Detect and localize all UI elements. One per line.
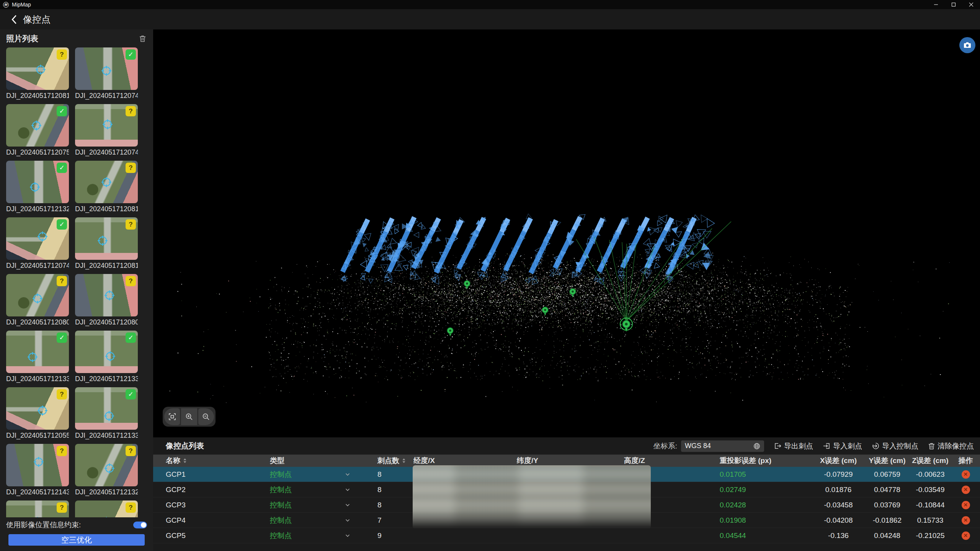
export-points-button[interactable]: 导出刺点: [774, 441, 813, 451]
photo-item[interactable]: ✓DJI_20240517121331_0648...: [75, 387, 138, 444]
gcp-z-error: -0.10844: [909, 497, 951, 512]
column-header-6: 重投影误差 (px): [720, 455, 812, 467]
app-window: M MipMap 像控点 照片列表: [0, 0, 980, 551]
gcp-marker-icon: [35, 64, 46, 75]
column-header-8: Y误差 (cm): [865, 455, 909, 467]
photo-thumbnail[interactable]: ?: [75, 500, 138, 517]
photo-item[interactable]: ?DJI_20240517120556_0237...: [6, 387, 69, 444]
chevron-down-icon: [345, 534, 350, 537]
clear-gcp-button[interactable]: 清除像控点: [928, 441, 974, 451]
column-header-10: 操作: [951, 455, 980, 467]
delete-gcp-button[interactable]: ✕: [962, 516, 970, 525]
chevron-down-icon: [345, 504, 350, 507]
gcp-type-dropdown[interactable]: 控制点: [245, 513, 368, 528]
gcp-actions: ✕: [951, 497, 980, 512]
constraint-toggle[interactable]: [133, 522, 147, 528]
photo-item[interactable]: ?DJI_20240517120816_0389...: [75, 217, 138, 274]
sort-icon[interactable]: [402, 458, 406, 463]
photo-thumbnail[interactable]: ✓: [6, 217, 69, 260]
window-controls: [927, 0, 980, 9]
close-button[interactable]: [962, 0, 980, 9]
import-points-button[interactable]: 导入刺点: [823, 441, 862, 451]
photo-thumbnail[interactable]: ?: [75, 444, 138, 486]
unmarked-badge: ?: [57, 502, 67, 513]
gcp-type-dropdown[interactable]: 控制点: [245, 467, 368, 482]
import-control-points-button[interactable]: 导入控制点: [872, 441, 918, 451]
photo-item[interactable]: ✓DJI_20240517120741_0348...: [6, 217, 69, 274]
photo-thumbnail[interactable]: ✓: [6, 104, 69, 147]
photo-thumbnail[interactable]: ?: [75, 104, 138, 147]
import-circle-icon: [872, 442, 879, 450]
crs-selector[interactable]: WGS 84: [681, 440, 764, 452]
gcp-type-dropdown[interactable]: 控制点: [245, 482, 368, 497]
gcp-row-GCP5[interactable]: GCP5控制点90.04544-0.1360.04248-0.21025✕: [153, 528, 980, 543]
gcp-y-error: 0.04248: [865, 528, 909, 543]
gcp-reprojection-error: 0.01705: [720, 467, 812, 482]
gcp-marker-icon: [37, 231, 48, 242]
pointcloud-canvas[interactable]: [153, 29, 980, 437]
photo-thumbnail[interactable]: ?: [6, 47, 69, 90]
photo-item[interactable]: ?DJI_20240517120800_0371...: [75, 274, 138, 331]
gcp-z-error: 0.15733: [909, 513, 951, 528]
fit-view-button[interactable]: [164, 408, 180, 425]
photo-thumbnail[interactable]: ?: [6, 274, 69, 316]
photo-item[interactable]: ✓DJI_20240517120758_0368...: [6, 104, 69, 161]
marked-badge: ✓: [126, 389, 136, 399]
chevron-down-icon: [345, 519, 350, 522]
photo-filename: DJI_20240517120808_0379...: [6, 318, 69, 326]
photo-thumbnail[interactable]: ?: [6, 387, 69, 430]
photo-item[interactable]: ?DJI_20240517120810_0382...: [75, 161, 138, 217]
camera-capture-button[interactable]: [959, 37, 975, 53]
column-header-7: X误差 (cm): [812, 455, 865, 467]
photo-item[interactable]: ✓DJI_20240517120743_0351...: [75, 47, 138, 104]
photo-item[interactable]: ?: [75, 500, 138, 517]
photo-item[interactable]: ?DJI_20240517121321_0635...: [75, 444, 138, 500]
photo-item[interactable]: ?DJI_20240517121431_0708...: [6, 444, 69, 500]
photo-thumbnail[interactable]: ?: [6, 500, 69, 517]
photo-item[interactable]: ?DJI_20240517120746_0354...: [75, 104, 138, 161]
delete-gcp-button[interactable]: ✕: [962, 470, 970, 479]
3d-viewport[interactable]: [153, 29, 980, 437]
photo-item[interactable]: ?DJI_20240517120813_0385...: [6, 47, 69, 104]
gcp-marker-icon: [33, 456, 44, 468]
photo-thumbnail[interactable]: ✓: [75, 47, 138, 90]
gcp-list-title: 像控点列表: [166, 441, 204, 451]
column-header-0[interactable]: 名称: [153, 455, 245, 467]
photo-item[interactable]: ✓DJI_20240517121335_0652...: [75, 331, 138, 387]
delete-photos-icon[interactable]: [138, 34, 147, 43]
back-button[interactable]: [8, 14, 20, 25]
photo-thumbnail[interactable]: ?: [75, 161, 138, 203]
sort-icon[interactable]: [183, 458, 187, 463]
photo-thumbnail[interactable]: ✓: [6, 331, 69, 373]
photo-filename: DJI_20240517121431_0708...: [6, 488, 69, 496]
photo-thumbnail[interactable]: ?: [75, 274, 138, 316]
photo-item[interactable]: ✓DJI_20240517121333_0650...: [6, 331, 69, 387]
zoom-in-button[interactable]: [181, 408, 197, 425]
zoom-out-button[interactable]: [198, 408, 214, 425]
photo-item[interactable]: ✓DJI_20240517121320_0634...: [6, 161, 69, 217]
column-header-2[interactable]: 刺点数: [368, 455, 413, 467]
delete-gcp-button[interactable]: ✕: [962, 531, 970, 540]
gcp-type-dropdown[interactable]: 控制点: [245, 528, 368, 543]
photo-item[interactable]: ?DJI_20240517120808_0379...: [6, 274, 69, 331]
photo-thumbnail[interactable]: ✓: [6, 161, 69, 203]
gcp-longitude: [413, 528, 517, 543]
gcp-actions: ✕: [951, 528, 980, 543]
photo-sidebar: 照片列表 ?DJI_20240517120813_0385...✓DJI_202…: [0, 29, 153, 551]
photo-thumbnail[interactable]: ✓: [75, 331, 138, 373]
minimize-button[interactable]: [927, 0, 945, 9]
photo-item[interactable]: ?: [6, 500, 69, 517]
aerotriangulation-optimize-button[interactable]: 空三优化: [8, 534, 145, 546]
gcp-x-error: -0.07929: [812, 467, 865, 482]
photo-thumbnail[interactable]: ?: [75, 217, 138, 260]
delete-gcp-button[interactable]: ✕: [962, 501, 970, 509]
photo-thumbnail[interactable]: ?: [6, 444, 69, 486]
gcp-point-count: 8: [368, 467, 413, 482]
gcp-type-dropdown[interactable]: 控制点: [245, 497, 368, 512]
maximize-button[interactable]: [945, 0, 962, 9]
photo-filename: DJI_20240517120810_0382...: [75, 205, 138, 213]
photo-thumbnail[interactable]: ✓: [75, 387, 138, 430]
unmarked-badge: ?: [57, 389, 67, 399]
delete-gcp-button[interactable]: ✕: [962, 486, 970, 494]
gcp-marker-icon: [101, 176, 112, 188]
